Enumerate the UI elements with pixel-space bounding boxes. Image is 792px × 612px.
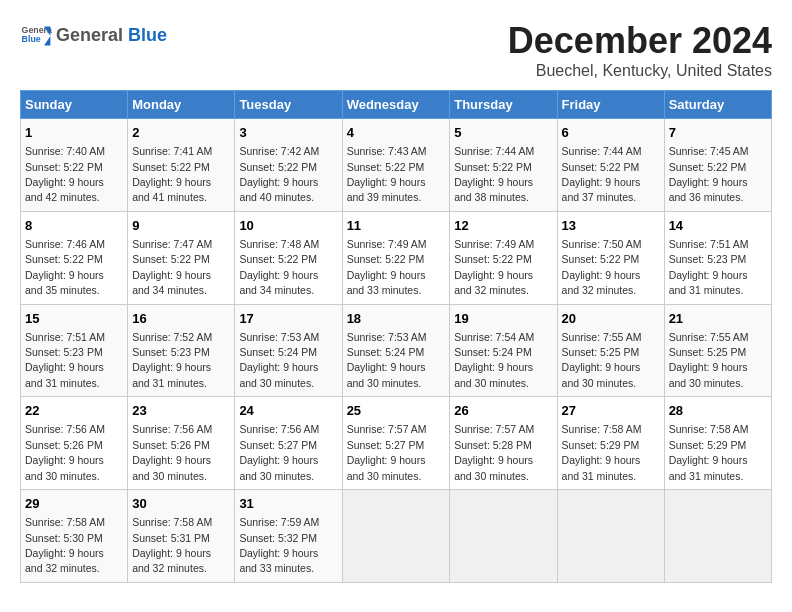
day-number: 14 [669,217,767,235]
day-info: Sunrise: 7:49 AMSunset: 5:22 PMDaylight:… [347,238,427,296]
day-number: 24 [239,402,337,420]
day-number: 1 [25,124,123,142]
day-number: 5 [454,124,552,142]
day-number: 3 [239,124,337,142]
day-number: 23 [132,402,230,420]
day-number: 18 [347,310,446,328]
day-info: Sunrise: 7:50 AMSunset: 5:22 PMDaylight:… [562,238,642,296]
day-info: Sunrise: 7:58 AMSunset: 5:29 PMDaylight:… [669,423,749,481]
calendar-cell: 17 Sunrise: 7:53 AMSunset: 5:24 PMDaylig… [235,304,342,397]
calendar-cell: 26 Sunrise: 7:57 AMSunset: 5:28 PMDaylig… [450,397,557,490]
calendar-cell: 1 Sunrise: 7:40 AMSunset: 5:22 PMDayligh… [21,119,128,212]
day-info: Sunrise: 7:49 AMSunset: 5:22 PMDaylight:… [454,238,534,296]
calendar: Sunday Monday Tuesday Wednesday Thursday… [20,90,772,583]
calendar-week-2: 15 Sunrise: 7:51 AMSunset: 5:23 PMDaylig… [21,304,772,397]
calendar-cell: 18 Sunrise: 7:53 AMSunset: 5:24 PMDaylig… [342,304,450,397]
day-number: 26 [454,402,552,420]
day-info: Sunrise: 7:57 AMSunset: 5:27 PMDaylight:… [347,423,427,481]
logo: General Blue General Blue [20,20,167,52]
day-info: Sunrise: 7:40 AMSunset: 5:22 PMDaylight:… [25,145,105,203]
calendar-cell: 16 Sunrise: 7:52 AMSunset: 5:23 PMDaylig… [128,304,235,397]
day-number: 11 [347,217,446,235]
day-info: Sunrise: 7:53 AMSunset: 5:24 PMDaylight:… [347,331,427,389]
day-number: 25 [347,402,446,420]
main-title: December 2024 [508,20,772,62]
day-number: 8 [25,217,123,235]
day-info: Sunrise: 7:44 AMSunset: 5:22 PMDaylight:… [562,145,642,203]
day-info: Sunrise: 7:58 AMSunset: 5:31 PMDaylight:… [132,516,212,574]
calendar-cell: 22 Sunrise: 7:56 AMSunset: 5:26 PMDaylig… [21,397,128,490]
calendar-week-4: 29 Sunrise: 7:58 AMSunset: 5:30 PMDaylig… [21,490,772,583]
calendar-cell: 11 Sunrise: 7:49 AMSunset: 5:22 PMDaylig… [342,211,450,304]
day-number: 7 [669,124,767,142]
calendar-body: 1 Sunrise: 7:40 AMSunset: 5:22 PMDayligh… [21,119,772,583]
day-number: 4 [347,124,446,142]
calendar-cell: 29 Sunrise: 7:58 AMSunset: 5:30 PMDaylig… [21,490,128,583]
day-number: 28 [669,402,767,420]
day-number: 12 [454,217,552,235]
header: General Blue General Blue December 2024 … [20,20,772,80]
calendar-cell: 19 Sunrise: 7:54 AMSunset: 5:24 PMDaylig… [450,304,557,397]
calendar-cell: 13 Sunrise: 7:50 AMSunset: 5:22 PMDaylig… [557,211,664,304]
calendar-cell [557,490,664,583]
logo-blue-text: Blue [128,25,167,45]
calendar-cell [664,490,771,583]
calendar-cell: 8 Sunrise: 7:46 AMSunset: 5:22 PMDayligh… [21,211,128,304]
calendar-cell: 15 Sunrise: 7:51 AMSunset: 5:23 PMDaylig… [21,304,128,397]
calendar-cell: 9 Sunrise: 7:47 AMSunset: 5:22 PMDayligh… [128,211,235,304]
calendar-cell: 4 Sunrise: 7:43 AMSunset: 5:22 PMDayligh… [342,119,450,212]
logo-general-text: General [56,25,123,45]
day-info: Sunrise: 7:56 AMSunset: 5:27 PMDaylight:… [239,423,319,481]
calendar-week-1: 8 Sunrise: 7:46 AMSunset: 5:22 PMDayligh… [21,211,772,304]
day-number: 9 [132,217,230,235]
logo-icon: General Blue [20,20,52,52]
subtitle: Buechel, Kentucky, United States [508,62,772,80]
day-number: 30 [132,495,230,513]
day-number: 10 [239,217,337,235]
day-info: Sunrise: 7:51 AMSunset: 5:23 PMDaylight:… [669,238,749,296]
calendar-cell: 7 Sunrise: 7:45 AMSunset: 5:22 PMDayligh… [664,119,771,212]
day-info: Sunrise: 7:55 AMSunset: 5:25 PMDaylight:… [669,331,749,389]
calendar-header: Sunday Monday Tuesday Wednesday Thursday… [21,91,772,119]
day-info: Sunrise: 7:41 AMSunset: 5:22 PMDaylight:… [132,145,212,203]
day-info: Sunrise: 7:56 AMSunset: 5:26 PMDaylight:… [25,423,105,481]
calendar-cell: 6 Sunrise: 7:44 AMSunset: 5:22 PMDayligh… [557,119,664,212]
calendar-cell: 27 Sunrise: 7:58 AMSunset: 5:29 PMDaylig… [557,397,664,490]
day-info: Sunrise: 7:59 AMSunset: 5:32 PMDaylight:… [239,516,319,574]
day-number: 22 [25,402,123,420]
day-number: 6 [562,124,660,142]
calendar-cell: 5 Sunrise: 7:44 AMSunset: 5:22 PMDayligh… [450,119,557,212]
day-info: Sunrise: 7:42 AMSunset: 5:22 PMDaylight:… [239,145,319,203]
calendar-cell: 3 Sunrise: 7:42 AMSunset: 5:22 PMDayligh… [235,119,342,212]
day-number: 16 [132,310,230,328]
day-info: Sunrise: 7:56 AMSunset: 5:26 PMDaylight:… [132,423,212,481]
calendar-cell: 30 Sunrise: 7:58 AMSunset: 5:31 PMDaylig… [128,490,235,583]
day-number: 17 [239,310,337,328]
day-info: Sunrise: 7:53 AMSunset: 5:24 PMDaylight:… [239,331,319,389]
calendar-cell: 25 Sunrise: 7:57 AMSunset: 5:27 PMDaylig… [342,397,450,490]
calendar-week-3: 22 Sunrise: 7:56 AMSunset: 5:26 PMDaylig… [21,397,772,490]
calendar-cell [450,490,557,583]
day-number: 21 [669,310,767,328]
calendar-cell: 20 Sunrise: 7:55 AMSunset: 5:25 PMDaylig… [557,304,664,397]
day-info: Sunrise: 7:46 AMSunset: 5:22 PMDaylight:… [25,238,105,296]
day-info: Sunrise: 7:51 AMSunset: 5:23 PMDaylight:… [25,331,105,389]
day-number: 2 [132,124,230,142]
calendar-week-0: 1 Sunrise: 7:40 AMSunset: 5:22 PMDayligh… [21,119,772,212]
day-info: Sunrise: 7:57 AMSunset: 5:28 PMDaylight:… [454,423,534,481]
day-info: Sunrise: 7:44 AMSunset: 5:22 PMDaylight:… [454,145,534,203]
header-sunday: Sunday [21,91,128,119]
header-thursday: Thursday [450,91,557,119]
calendar-cell: 24 Sunrise: 7:56 AMSunset: 5:27 PMDaylig… [235,397,342,490]
svg-text:Blue: Blue [22,34,41,44]
day-number: 15 [25,310,123,328]
day-number: 27 [562,402,660,420]
day-number: 29 [25,495,123,513]
title-area: December 2024 Buechel, Kentucky, United … [508,20,772,80]
calendar-cell [342,490,450,583]
day-info: Sunrise: 7:47 AMSunset: 5:22 PMDaylight:… [132,238,212,296]
day-info: Sunrise: 7:45 AMSunset: 5:22 PMDaylight:… [669,145,749,203]
day-info: Sunrise: 7:54 AMSunset: 5:24 PMDaylight:… [454,331,534,389]
day-info: Sunrise: 7:48 AMSunset: 5:22 PMDaylight:… [239,238,319,296]
day-info: Sunrise: 7:52 AMSunset: 5:23 PMDaylight:… [132,331,212,389]
